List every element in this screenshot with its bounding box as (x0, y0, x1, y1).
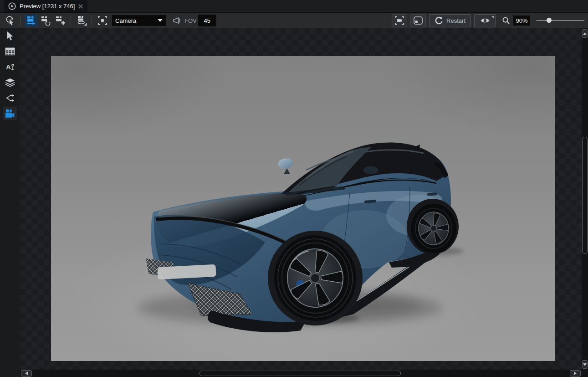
body-area: A (0, 28, 588, 377)
restart-button[interactable]: Restart (429, 14, 471, 27)
camera-select[interactable]: Camera (112, 15, 166, 26)
zoom-level-box[interactable]: 90% (513, 15, 530, 26)
svg-text:A: A (6, 63, 11, 71)
tab-strip: Preview [1231 x 746] (0, 0, 588, 13)
layers-tool-button[interactable] (3, 76, 17, 89)
toolbar-separator (92, 15, 92, 26)
side-mirror (278, 159, 293, 174)
zoom-slider-thumb[interactable] (547, 18, 552, 23)
toolbar: Camera FOV (0, 13, 588, 29)
toolbar-separator (20, 15, 21, 26)
frame-camera-button[interactable] (392, 14, 407, 27)
zoom-level-value: 90% (516, 17, 527, 24)
rear-wheel (411, 204, 456, 253)
orbit-pick-tool-button[interactable] (4, 15, 17, 27)
scroll-up-button[interactable] (582, 29, 588, 38)
chevron-down-icon (158, 19, 163, 22)
zoom-slider[interactable] (536, 16, 584, 25)
fov-label: FOV (184, 17, 197, 24)
camera-orbit-button[interactable] (75, 15, 88, 27)
visibility-button[interactable] (474, 14, 496, 27)
camera-reset-button[interactable] (39, 15, 52, 27)
vertical-scrollbar-thumb[interactable] (582, 137, 588, 254)
camera-tool-button[interactable] (3, 107, 17, 120)
tab-preview[interactable]: Preview [1231 x 746] (4, 0, 87, 12)
far-mirror (363, 166, 378, 174)
scroll-down-button[interactable] (582, 360, 588, 369)
close-icon[interactable] (78, 4, 83, 9)
fov-group: FOV (172, 16, 197, 25)
car-render-svg (51, 56, 555, 361)
app-window: Preview [1231 x 746] (0, 0, 588, 377)
zoom-slider-track[interactable] (536, 20, 584, 21)
camera-focus-button[interactable] (96, 15, 109, 27)
camera-add-button[interactable] (54, 15, 67, 27)
node-graph-tool-button[interactable] (3, 91, 17, 105)
horizontal-scrollbar[interactable] (20, 370, 582, 377)
camera-walk-button[interactable] (25, 15, 38, 27)
select-tool-button[interactable] (3, 29, 17, 43)
fov-input[interactable] (198, 15, 216, 26)
left-sidebar: A (0, 28, 20, 377)
toolbar-separator (71, 15, 71, 26)
preview-canvas[interactable] (20, 28, 582, 370)
tab-title: Preview [1231 x 746] (20, 3, 75, 10)
play-circle-icon (8, 2, 16, 10)
camera-select-value: Camera (115, 17, 136, 24)
render-image[interactable] (51, 56, 555, 361)
scrollbar-corner (582, 370, 588, 377)
text-tool-button[interactable]: A (3, 60, 17, 74)
scroll-left-button[interactable] (21, 370, 32, 377)
table-tool-button[interactable] (3, 45, 17, 58)
scroll-right-button[interactable] (570, 370, 581, 377)
dropdown-corner-caret (491, 16, 494, 19)
picture-in-picture-button[interactable] (410, 14, 426, 27)
vertical-scrollbar[interactable] (582, 28, 588, 370)
restart-label: Restart (446, 17, 465, 24)
horizontal-scrollbar-thumb[interactable] (199, 371, 401, 376)
toolbar-right-group: Restart 90% (392, 14, 584, 27)
magnifier-icon (502, 16, 510, 25)
fov-cone-icon (172, 16, 182, 25)
